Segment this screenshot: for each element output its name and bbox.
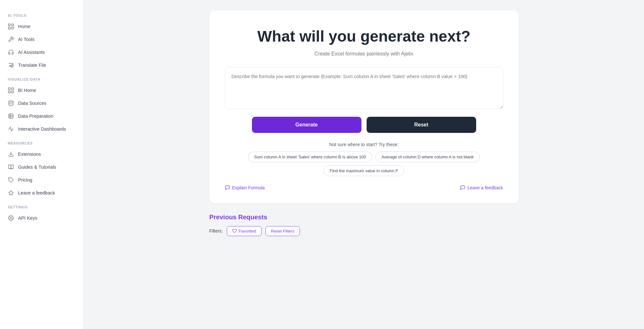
sidebar-item-leave-feedback[interactable]: Leave a feedback <box>0 186 83 199</box>
previous-requests-title: Previous Requests <box>209 214 519 221</box>
sidebar-item-label-interactive-dashboards: Interactive Dashboards <box>18 126 66 132</box>
heart-icon <box>232 229 237 233</box>
suggestion-chip-2[interactable]: Find the maximum value in column F <box>323 165 404 176</box>
main-content: What will you generate next? Create Exce… <box>84 0 644 329</box>
sidebar-item-label-ai-tools: AI Tools <box>18 37 34 42</box>
sidebar-item-translate-file[interactable]: Translate File <box>0 59 83 72</box>
svg-rect-3 <box>12 27 14 29</box>
wrench-icon <box>8 36 14 43</box>
filters-label: Filters: <box>209 228 223 234</box>
sidebar-section-label-visualize: VISUALIZE DATA <box>0 72 83 84</box>
sidebar-item-label-guides: Guides & Tutorials <box>18 164 56 170</box>
sidebar-item-label-ai-assistants: AI Assistants <box>18 50 45 55</box>
suggestion-chip-0[interactable]: Sum column A in sheet 'Sales' where colu… <box>248 152 372 162</box>
sidebar-item-guides[interactable]: Guides & Tutorials <box>0 161 83 174</box>
sidebar: AI TOOLS Home AI Tools <box>0 0 84 329</box>
explain-formula-label: Explain Formula <box>232 185 265 190</box>
sidebar-item-label-home: Home <box>18 24 31 29</box>
sidebar-section-label-settings: SETTINGS <box>0 199 83 212</box>
grid2-icon <box>8 87 14 94</box>
svg-point-14 <box>10 217 12 219</box>
action-buttons: Generate Reset <box>225 117 503 133</box>
sidebar-section-label-ai-tools: AI TOOLS <box>0 8 83 20</box>
sidebar-item-data-sources[interactable]: Data Sources <box>0 97 83 110</box>
explain-formula-link[interactable]: Explain Formula <box>225 185 265 190</box>
sidebar-item-label-pricing: Pricing <box>18 177 32 183</box>
sidebar-item-bi-home[interactable]: BI Home <box>0 84 83 97</box>
sidebar-item-label-data-sources: Data Sources <box>18 101 46 106</box>
sidebar-item-home[interactable]: Home <box>0 20 83 33</box>
sidebar-section-settings: SETTINGS API Keys <box>0 199 83 224</box>
sidebar-item-label-data-preparation: Data Preparation <box>18 114 53 119</box>
svg-rect-2 <box>8 27 10 29</box>
sidebar-section-label-resources: RESOURCES <box>0 135 83 148</box>
sidebar-item-label-bi-home: BI Home <box>18 88 36 93</box>
sidebar-item-label-api-keys: API Keys <box>18 215 37 221</box>
previous-requests-section: Previous Requests Filters: Favorited Res… <box>209 214 519 244</box>
sidebar-section-resources: RESOURCES Extensions Guides & Tutorials <box>0 135 83 199</box>
sidebar-item-label-translate-file: Translate File <box>18 63 46 68</box>
svg-rect-1 <box>12 24 14 26</box>
reset-filters-button[interactable]: Reset Filters <box>265 226 300 236</box>
sidebar-item-ai-assistants[interactable]: AI Assistants <box>0 46 83 59</box>
database-icon <box>8 100 14 106</box>
svg-rect-10 <box>9 114 13 118</box>
sidebar-section-ai-tools: AI TOOLS Home AI Tools <box>0 8 83 72</box>
sidebar-item-api-keys[interactable]: API Keys <box>0 212 83 224</box>
hero-title: What will you generate next? <box>225 27 503 46</box>
favorited-filter-button[interactable]: Favorited <box>227 226 262 236</box>
favorited-label: Favorited <box>239 229 256 234</box>
card-footer: Explain Formula Leave a feedback <box>225 185 503 190</box>
star-icon <box>8 190 14 196</box>
sidebar-section-visualize-data: VISUALIZE DATA BI Home Data So <box>0 72 83 135</box>
download-icon <box>8 151 14 157</box>
sidebar-item-data-preparation[interactable]: Data Preparation <box>0 110 83 123</box>
tag-icon <box>8 177 14 183</box>
chat-icon <box>225 185 230 190</box>
suggestions-list: Sum column A in sheet 'Sales' where colu… <box>225 152 503 176</box>
hero-card: What will you generate next? Create Exce… <box>209 10 519 203</box>
svg-marker-13 <box>9 191 14 195</box>
feedback-chat-icon <box>460 185 465 190</box>
svg-rect-6 <box>12 88 14 90</box>
svg-rect-0 <box>8 24 10 26</box>
sidebar-item-label-leave-feedback: Leave a feedback <box>18 190 55 195</box>
chart-icon <box>8 126 14 132</box>
formula-input[interactable] <box>225 67 503 109</box>
translate-icon <box>8 62 14 68</box>
gear-icon <box>8 215 14 221</box>
suggestion-chip-1[interactable]: Average of column D where column A is no… <box>375 152 480 162</box>
try-these-label: Not sure where to start? Try these: <box>225 142 503 147</box>
grid-icon <box>8 23 14 30</box>
sidebar-item-ai-tools[interactable]: AI Tools <box>0 33 83 46</box>
sidebar-item-label-extensions: Extensions <box>18 152 41 157</box>
svg-point-9 <box>9 101 13 103</box>
svg-rect-5 <box>8 88 10 90</box>
filters-row: Filters: Favorited Reset Filters <box>209 226 519 236</box>
leave-feedback-label: Leave a feedback <box>467 185 503 190</box>
sidebar-item-extensions[interactable]: Extensions <box>0 148 83 161</box>
svg-rect-7 <box>8 91 10 93</box>
headset-icon <box>8 49 14 55</box>
reset-button[interactable]: Reset <box>367 117 476 133</box>
book-icon <box>8 164 14 170</box>
table-icon <box>8 113 14 119</box>
sidebar-item-interactive-dashboards[interactable]: Interactive Dashboards <box>0 123 83 135</box>
hero-subtitle: Create Excel formulas painlessly with Aj… <box>225 51 503 57</box>
leave-feedback-link[interactable]: Leave a feedback <box>460 185 503 190</box>
generate-button[interactable]: Generate <box>252 117 361 133</box>
sidebar-item-pricing[interactable]: Pricing <box>0 174 83 186</box>
svg-rect-8 <box>12 91 14 93</box>
